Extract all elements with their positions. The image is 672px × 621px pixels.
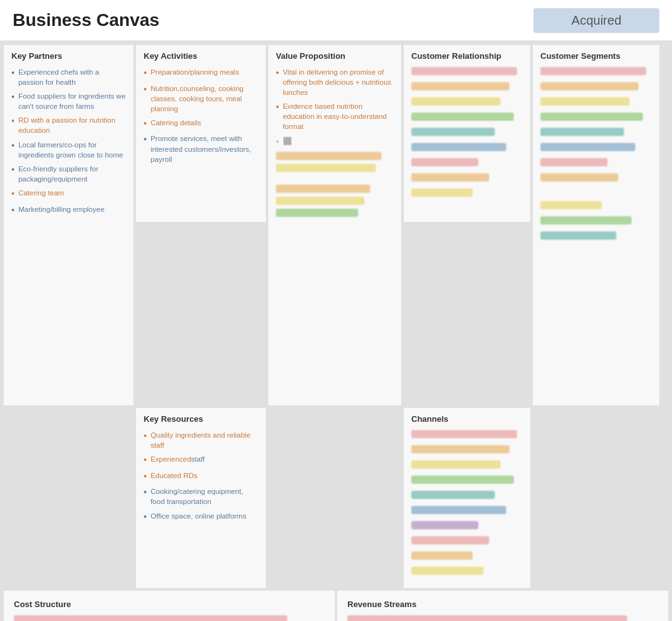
list-item: Food suppliers for ingredients we can't … (11, 91, 126, 111)
key-partners-list: Experienced chefs with a passion for hea… (11, 67, 126, 216)
value-proposition-list: Vital in delivering on promise of offeri… (276, 67, 394, 148)
list-item: Local farmers/co-ops for ingredients gro… (11, 140, 126, 160)
ch-blur-lines (411, 430, 523, 579)
key-partners-title: Key Partners (11, 51, 126, 61)
cost-structure-cell: Cost Structure (4, 591, 335, 621)
list-item: Marketing/billing employee (11, 204, 126, 217)
customer-relationship-title: Customer Relationship (411, 51, 523, 61)
cost-structure-title: Cost Structure (14, 599, 325, 609)
list-item: RD with a passion for nutrition educatio… (11, 115, 126, 135)
list-item: Eco-friendly suppliers for packaging/equ… (11, 164, 126, 184)
acquired-badge: Acquired (533, 8, 659, 33)
list-item: Educated RDs (144, 470, 258, 483)
key-resources-cell: Key Resources Quality ingredients and re… (136, 408, 266, 588)
list-item: Promote services, meet with interested c… (144, 133, 258, 164)
list-item: Preparation/planning meals (144, 67, 258, 80)
list-item: Vital in delivering on promise of offeri… (276, 67, 394, 97)
customer-segments-title: Customer Segments (540, 51, 652, 61)
list-item: Nutrition,counseling, cooking classes, c… (144, 83, 258, 114)
value-proposition-cell: Value Proposition Vital in delivering on… (268, 45, 401, 405)
list-item: Experienced staff (144, 454, 258, 467)
list-item: Catering details (144, 118, 258, 130)
cr-blur-lines (411, 67, 523, 200)
customer-relationship-cell: Customer Relationship (404, 45, 530, 222)
page-title: Business Canvas (13, 10, 533, 30)
list-item: Catering team (11, 188, 126, 200)
value-proposition-title: Value Proposition (276, 51, 394, 61)
key-resources-title: Key Resources (144, 414, 258, 424)
list-item: Experienced chefs with a passion for hea… (11, 67, 126, 87)
customer-segments-cell: Customer Segments (533, 45, 659, 405)
cs-blur-lines (540, 67, 652, 243)
key-activities-title: Key Activities (144, 51, 258, 61)
rev-blur-lines (347, 615, 658, 621)
list-item: Cooking/catering equipment, food transpo… (144, 486, 258, 507)
channels-title: Channels (411, 414, 523, 424)
key-activities-cell: Key Activities Preparation/planning meal… (136, 45, 266, 222)
cost-blur-lines (14, 615, 325, 621)
header: Business Canvas Acquired (0, 0, 672, 41)
list-item: Quality ingredients and reliable staff (144, 430, 258, 450)
list-item: ⬛ (276, 136, 394, 149)
list-item: Office space, online platforms (144, 511, 258, 524)
key-resources-list: Quality ingredients and reliable staff E… (144, 430, 258, 523)
key-activities-list: Preparation/planning meals Nutrition,cou… (144, 67, 258, 164)
revenue-streams-title: Revenue Streams (347, 599, 658, 609)
canvas-wrapper: Key Partners Experienced chefs with a pa… (0, 41, 672, 621)
vp-blurred (276, 152, 394, 217)
revenue-streams-cell: Revenue Streams (337, 591, 668, 621)
channels-cell: Channels (404, 408, 530, 588)
list-item: Evidence based nutrition education in ea… (276, 101, 394, 132)
key-partners-cell: Key Partners Experienced chefs with a pa… (4, 45, 134, 405)
